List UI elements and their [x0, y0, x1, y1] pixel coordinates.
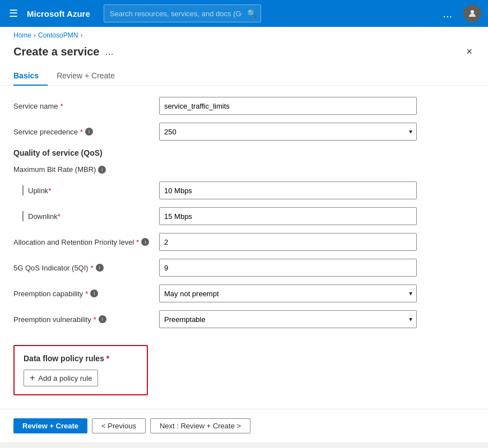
breadcrumb-contoso[interactable]: ContosoPMN: [38, 31, 78, 39]
breadcrumb: Home › ContosoPMN ›: [0, 27, 488, 39]
app-logo: Microsoft Azure: [27, 9, 90, 18]
qos-indicator-row: 5G QoS Indicator (5QI) * i: [13, 259, 475, 277]
service-name-row: Service name *: [13, 97, 475, 115]
preemption-vuln-select[interactable]: Preemptable Not preemptable: [159, 310, 417, 328]
page-menu-dots[interactable]: ...: [105, 46, 113, 58]
indent-decoration-2: [22, 211, 24, 221]
required-indicator-4: *: [58, 212, 61, 221]
required-indicator-9: *: [106, 354, 109, 363]
mbr-info-icon[interactable]: i: [98, 166, 106, 174]
service-precedence-row: Service precedence * i 250 ▾: [13, 123, 475, 141]
preemption-cap-select[interactable]: May not preempt May preempt: [159, 284, 417, 302]
bottom-bar: Review + Create < Previous Next : Review…: [0, 409, 488, 442]
plus-icon: +: [30, 373, 35, 383]
preemption-cap-select-wrapper: May not preempt May preempt ▾: [159, 284, 417, 302]
required-indicator-6: *: [91, 264, 94, 272]
downlink-input[interactable]: [159, 207, 417, 225]
service-name-input[interactable]: [159, 97, 417, 115]
preemption-cap-info-icon[interactable]: i: [90, 290, 98, 297]
uplink-label: Uplink *: [13, 185, 159, 195]
table-header-allow-traffic[interactable]: Allow traffic: [321, 404, 475, 409]
arp-label: Allocation and Retention Priority level …: [13, 238, 159, 246]
hamburger-menu[interactable]: ☰: [7, 5, 20, 22]
svg-point-0: [471, 10, 474, 13]
previous-button[interactable]: < Previous: [92, 418, 146, 433]
preemption-cap-row: Preemption capability * i May not preemp…: [13, 284, 475, 302]
uplink-row: Uplink *: [13, 181, 475, 199]
preemption-vuln-select-wrapper: Preemptable Not preemptable ▾: [159, 310, 417, 328]
search-input[interactable]: [104, 4, 261, 22]
close-button[interactable]: ×: [464, 44, 475, 60]
required-indicator-2: *: [80, 128, 83, 136]
policy-rules-title: Data flow policy rules *: [24, 354, 138, 363]
policy-rules-table-section: Rule name ↑ Precedence Allow traffic: [13, 404, 475, 409]
tab-basics[interactable]: Basics: [13, 67, 48, 86]
required-indicator-7: *: [85, 290, 88, 298]
service-precedence-select-wrapper: 250 ▾: [159, 123, 417, 141]
service-name-label: Service name *: [13, 102, 159, 110]
service-precedence-label: Service precedence * i: [13, 128, 159, 136]
arp-info-icon[interactable]: i: [141, 238, 149, 246]
mbr-row: Maximum Bit Rate (MBR) i: [13, 165, 475, 174]
arp-input[interactable]: [159, 233, 417, 251]
policy-rules-table: Rule name ↑ Precedence Allow traffic: [13, 404, 475, 409]
qos-indicator-info-icon[interactable]: i: [96, 264, 104, 272]
required-indicator-5: *: [136, 238, 139, 246]
preemption-vuln-info-icon[interactable]: i: [99, 315, 106, 323]
page-header: Create a service ... ×: [0, 39, 488, 60]
breadcrumb-home[interactable]: Home: [13, 31, 31, 39]
preemption-cap-label: Preemption capability * i: [13, 290, 159, 298]
tab-bar: Basics Review + Create: [0, 60, 488, 86]
form-content: Service name * Service precedence * i 25…: [0, 86, 488, 409]
review-create-button-bottom[interactable]: Review + Create: [13, 418, 87, 433]
downlink-label: Downlink *: [13, 211, 159, 221]
required-indicator-8: *: [94, 315, 96, 324]
table-header-rule-name[interactable]: Rule name ↑: [13, 404, 170, 409]
user-avatar[interactable]: [463, 4, 481, 22]
search-bar: 🔍: [104, 4, 261, 22]
add-policy-rule-button[interactable]: + Add a policy rule: [24, 370, 98, 386]
required-indicator: *: [60, 102, 63, 110]
qos-section-header: Quality of service (QoS): [13, 148, 475, 157]
arp-row: Allocation and Retention Priority level …: [13, 233, 475, 251]
preemption-vuln-label: Preemption vulnerability * i: [13, 315, 159, 324]
indent-decoration: [22, 185, 24, 195]
mbr-label: Maximum Bit Rate (MBR) i: [13, 165, 159, 174]
downlink-row: Downlink *: [13, 207, 475, 225]
qos-indicator-input[interactable]: [159, 259, 417, 277]
policy-rules-section: Data flow policy rules * + Add a policy …: [13, 345, 148, 395]
qos-indicator-label: 5G QoS Indicator (5QI) * i: [13, 264, 159, 272]
service-precedence-select[interactable]: 250: [159, 123, 417, 141]
nav-more-options[interactable]: ...: [438, 5, 457, 22]
required-indicator-3: *: [48, 186, 51, 195]
main-panel: Home › ContosoPMN › Create a service ...…: [0, 27, 488, 448]
service-precedence-info-icon[interactable]: i: [85, 128, 93, 136]
uplink-input[interactable]: [159, 181, 417, 199]
table-header-precedence[interactable]: Precedence: [170, 404, 321, 409]
horizontal-scrollbar[interactable]: [0, 442, 488, 448]
preemption-vuln-row: Preemption vulnerability * i Preemptable…: [13, 310, 475, 328]
page-title: Create a service: [13, 45, 99, 58]
search-icon: 🔍: [247, 9, 257, 18]
next-review-create-button[interactable]: Next : Review + Create >: [150, 418, 250, 433]
tab-review-create[interactable]: Review + Create: [57, 67, 124, 86]
